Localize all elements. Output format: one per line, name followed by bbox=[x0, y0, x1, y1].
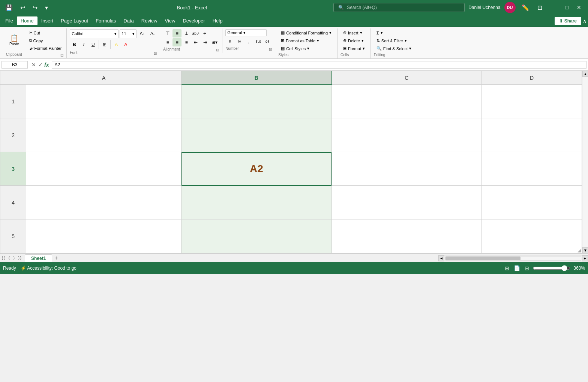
save-button[interactable]: 💾 bbox=[3, 3, 15, 12]
add-sheet-button[interactable]: + bbox=[52, 254, 60, 262]
percent-button[interactable]: % bbox=[235, 37, 244, 46]
sum-button[interactable]: Σ ▾ bbox=[374, 29, 386, 36]
minimize-button[interactable]: — bbox=[548, 3, 561, 12]
font-color-button[interactable]: A bbox=[121, 40, 130, 49]
formula-confirm-button[interactable]: ✓ bbox=[38, 61, 44, 69]
pen-button[interactable]: ✏️ bbox=[519, 3, 531, 12]
menu-formulas[interactable]: Formulas bbox=[92, 16, 120, 25]
decimal-dec-button[interactable]: .0⬇ bbox=[263, 37, 272, 46]
sheet-nav-prev-button[interactable]: ⟨ bbox=[7, 255, 12, 261]
menu-data[interactable]: Data bbox=[120, 16, 137, 25]
decimal-inc-button[interactable]: ⬆.0 bbox=[254, 37, 262, 46]
search-input[interactable] bbox=[347, 5, 460, 10]
orientation-button[interactable]: ab↗ bbox=[191, 29, 200, 37]
row-num-1[interactable]: 1 bbox=[0, 85, 26, 118]
hscroll-right-button[interactable]: ► bbox=[582, 255, 588, 261]
row-num-2[interactable]: 2 bbox=[0, 118, 26, 152]
fill-color-button[interactable]: A bbox=[112, 40, 121, 49]
menu-review[interactable]: Review bbox=[138, 16, 161, 25]
scroll-up-button[interactable]: ▲ bbox=[582, 71, 588, 77]
copy-button[interactable]: ⧉ Copy bbox=[27, 37, 64, 44]
col-header-A[interactable]: A bbox=[26, 71, 182, 85]
sheet-nav-next-button[interactable]: ⟩ bbox=[12, 255, 16, 261]
cell-A2[interactable] bbox=[26, 118, 182, 152]
font-selector[interactable]: Calibri ▾ bbox=[70, 29, 118, 38]
row-num-3[interactable]: 3 bbox=[0, 152, 26, 186]
sheet-nav-last-button[interactable]: ⟩⟩ bbox=[16, 255, 23, 261]
menu-insert[interactable]: Insert bbox=[38, 16, 57, 25]
cell-A4[interactable] bbox=[26, 186, 182, 219]
row-num-4[interactable]: 4 bbox=[0, 186, 26, 219]
close-button[interactable]: ✕ bbox=[573, 3, 585, 12]
formula-input[interactable]: A2 bbox=[52, 61, 586, 69]
hscroll-left-button[interactable]: ◄ bbox=[438, 255, 444, 261]
alignment-expand-button[interactable]: ⊡ bbox=[216, 48, 219, 52]
center-align-button[interactable]: ≡ bbox=[172, 38, 182, 46]
fullscreen-button[interactable]: ⊡ bbox=[535, 3, 544, 12]
vertical-scrollbar[interactable]: ▲ ▼ bbox=[582, 71, 588, 253]
col-header-C[interactable]: C bbox=[332, 71, 482, 85]
page-break-button[interactable]: ⊟ bbox=[524, 264, 530, 272]
hscroll-track[interactable] bbox=[445, 256, 581, 261]
cell-C1[interactable] bbox=[332, 85, 482, 118]
font-size-selector[interactable]: 11 ▾ bbox=[120, 29, 136, 38]
right-align-button[interactable]: ≡ bbox=[182, 38, 191, 46]
formula-cancel-button[interactable]: ✕ bbox=[31, 61, 37, 69]
increase-font-size-button[interactable]: A+ bbox=[138, 29, 147, 38]
wrap-text-button[interactable]: ↵ bbox=[201, 29, 210, 37]
indent-more-button[interactable]: ⇥ bbox=[201, 38, 210, 46]
cell-D2[interactable] bbox=[482, 118, 582, 152]
format-cells-button[interactable]: ⊟ Format ▾ bbox=[340, 45, 368, 52]
menu-help[interactable]: Help bbox=[209, 16, 226, 25]
cell-A1[interactable] bbox=[26, 85, 182, 118]
merge-button[interactable]: ⊞▾ bbox=[210, 38, 219, 46]
maximize-button[interactable]: □ bbox=[562, 3, 572, 12]
sort-filter-button[interactable]: ⇅ Sort & Filter ▾ bbox=[374, 37, 410, 44]
number-expand-button[interactable]: ⊡ bbox=[269, 47, 272, 51]
underline-button[interactable]: U bbox=[88, 40, 98, 49]
clipboard-expand-button[interactable]: ⊡ bbox=[60, 53, 63, 57]
format-as-table-button[interactable]: ⊞ Format as Table ▾ bbox=[278, 37, 322, 44]
font-expand-button[interactable]: ⊡ bbox=[154, 51, 157, 55]
cell-A5[interactable] bbox=[26, 219, 182, 253]
sheet-nav-first-button[interactable]: ⟨⟨ bbox=[0, 255, 7, 261]
cell-C4[interactable] bbox=[332, 186, 482, 219]
cell-reference-box[interactable]: B3 bbox=[2, 61, 28, 69]
menu-developer[interactable]: Developer bbox=[179, 16, 208, 25]
hscroll-thumb[interactable] bbox=[446, 257, 520, 260]
italic-button[interactable]: I bbox=[79, 40, 88, 49]
find-select-button[interactable]: 🔍 Find & Select ▾ bbox=[374, 45, 414, 52]
undo-button[interactable]: ↩ bbox=[18, 3, 27, 12]
menu-page-layout[interactable]: Page Layout bbox=[57, 16, 92, 25]
sheet-tab-sheet1[interactable]: Sheet1 bbox=[25, 254, 52, 262]
cell-B2[interactable] bbox=[182, 118, 332, 152]
cell-B4[interactable] bbox=[182, 186, 332, 219]
cell-C5[interactable] bbox=[332, 219, 482, 253]
page-layout-button[interactable]: 📄 bbox=[513, 264, 521, 272]
insert-cells-button[interactable]: ⊕ Insert ▾ bbox=[340, 29, 365, 36]
border-button[interactable]: ⊞ bbox=[100, 40, 109, 49]
middle-align-button[interactable]: ≡ bbox=[172, 29, 182, 37]
zoom-slider[interactable] bbox=[533, 265, 570, 271]
row-num-5[interactable]: 5 bbox=[0, 219, 26, 253]
paste-button[interactable]: 📋 Paste bbox=[6, 33, 22, 48]
conditional-formatting-button[interactable]: ▦ Conditional Formatting ▾ bbox=[278, 29, 334, 36]
search-box[interactable]: 🔍 bbox=[333, 3, 465, 12]
menu-view[interactable]: View bbox=[161, 16, 179, 25]
cell-B1[interactable] bbox=[182, 85, 332, 118]
cell-C2[interactable] bbox=[332, 118, 482, 152]
cell-D4[interactable] bbox=[482, 186, 582, 219]
cell-styles-button[interactable]: ▤ Cell Styles ▾ bbox=[278, 45, 312, 52]
cut-button[interactable]: ✂ Cut bbox=[27, 29, 64, 36]
ribbon-collapse-button[interactable]: ∧ bbox=[583, 18, 586, 24]
cell-D1[interactable] bbox=[482, 85, 582, 118]
cell-D5[interactable] bbox=[482, 219, 582, 253]
cell-B3[interactable]: A2 bbox=[182, 152, 332, 186]
menu-file[interactable]: File bbox=[2, 16, 17, 25]
col-header-D[interactable]: D bbox=[482, 71, 582, 85]
bottom-align-button[interactable]: ⊥ bbox=[182, 29, 191, 37]
currency-button[interactable]: $ bbox=[225, 37, 234, 46]
normal-view-button[interactable]: ⊞ bbox=[504, 264, 510, 272]
col-header-B[interactable]: B bbox=[182, 71, 332, 85]
share-button[interactable]: ⬆ Share bbox=[555, 17, 581, 25]
